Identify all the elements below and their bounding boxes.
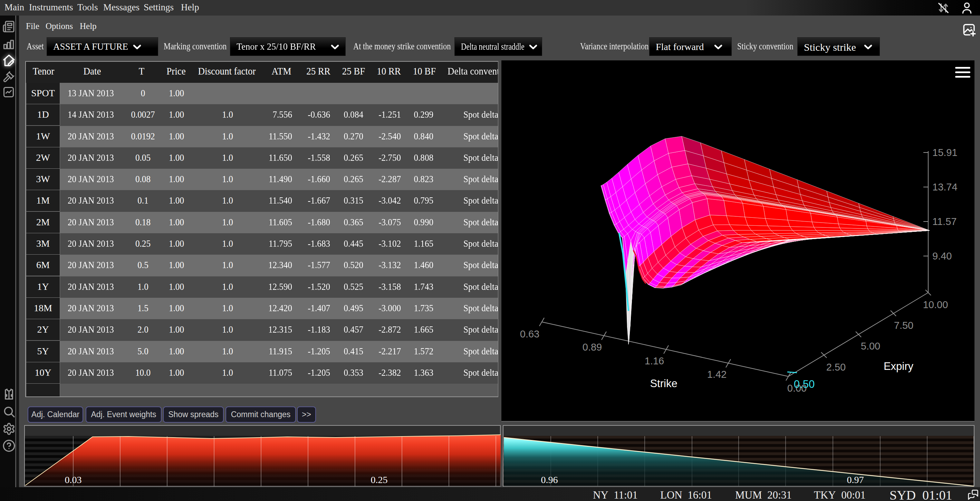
svg-text:0.25: 0.25 (371, 474, 388, 485)
svg-text:0.96: 0.96 (541, 474, 558, 485)
svg-text:9.40: 9.40 (932, 251, 952, 262)
svg-text:2.50: 2.50 (826, 361, 846, 373)
svg-text:15.91: 15.91 (932, 147, 958, 158)
svg-text:0.63: 0.63 (520, 328, 539, 339)
svg-text:1.16: 1.16 (645, 355, 664, 366)
svg-text:11.57: 11.57 (932, 216, 956, 227)
svg-text:0.97: 0.97 (847, 474, 864, 485)
svg-text:1.42: 1.42 (707, 369, 727, 380)
svg-text:Strike: Strike (650, 377, 677, 390)
svg-text:13.74: 13.74 (932, 181, 958, 193)
svg-text:0.03: 0.03 (65, 474, 82, 485)
svg-text:0.50: 0.50 (794, 378, 815, 390)
svg-text:0.89: 0.89 (582, 342, 602, 353)
svg-text:Expiry: Expiry (884, 360, 914, 372)
svg-text:5.00: 5.00 (861, 341, 880, 352)
svg-text:7.50: 7.50 (894, 320, 913, 331)
svg-text:10.00: 10.00 (923, 299, 948, 310)
